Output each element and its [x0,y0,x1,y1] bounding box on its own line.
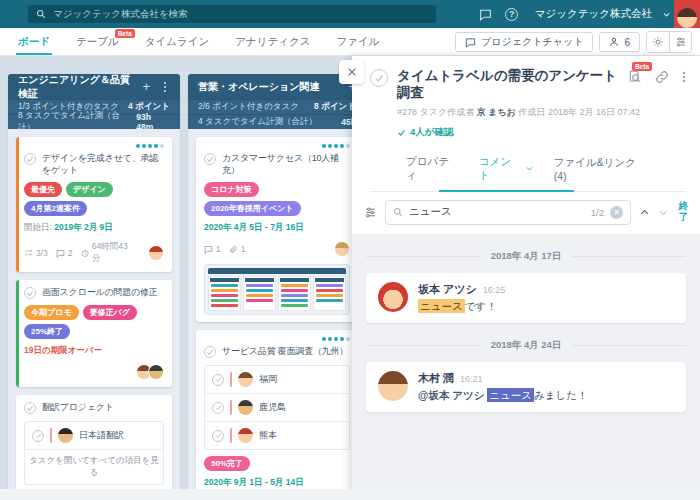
subtask-check-circle[interactable] [32,430,44,442]
task-card-design[interactable]: デザインを完成させて、承認をゲット 最優先 デザイン 4月第2週案件 開始日: … [16,137,172,272]
comment-count: 1 [204,244,221,254]
column-title: 営業・オペレーション関連 [198,80,319,94]
comment-body: @坂本 アツシ ニュースみました！ [418,389,588,403]
task-check-circle[interactable] [370,69,388,87]
user-mention[interactable]: @坂本 アツシ [418,389,484,401]
label-chip[interactable]: コロナ対策 [204,182,259,197]
subtask-check-circle[interactable] [212,430,224,442]
task-creator: 京 まちお [477,107,516,117]
assignee-avatar[interactable] [334,241,350,257]
subtask-row[interactable]: 福岡 [205,366,349,393]
task-card-scroll-bug[interactable]: 画面スクロールの問題の修正 今期プロモ 要修正バグ 25%終了 19日の期限オー… [16,280,172,387]
clear-search-icon[interactable]: ✕ [610,206,623,219]
chat-bubble-icon [465,37,476,48]
next-match-icon[interactable] [658,207,669,218]
previous-match-icon[interactable] [639,207,650,218]
subtask-row[interactable]: 鹿児島 [205,393,349,421]
horizontal-scroll-area[interactable] [0,489,700,500]
label-chip[interactable]: 要修正バグ [83,305,137,320]
link-icon[interactable] [655,70,669,84]
commenter-avatar [378,282,408,312]
subtask-title: 日本語翻訳 [79,429,124,442]
comment-count: 2 [56,248,73,258]
nav-bar: ボード テーブル Beta タイムライン アナリティクス ファイル プロジェクト… [0,28,700,56]
filter-tune-icon[interactable] [364,206,377,219]
comment-time: 16:25 [483,285,506,295]
subtask-check-circle[interactable] [212,374,224,386]
label-chip[interactable]: 今期プロモ [24,305,79,320]
open-all-items-link[interactable]: タスクを開いてすべての項目を見る [25,449,163,484]
task-card-customer-success[interactable]: カスタマーサクセス（10人補充） コロナ対策 2020年春採用イベント 2020… [196,137,358,322]
stat-row: 8 タスクでタイム計測（合計） 93h 48m [8,114,180,129]
beta-badge: Beta [632,62,652,71]
add-task-icon[interactable]: + [142,79,150,94]
members-count-button[interactable]: 6 [599,32,640,52]
close-icon [347,67,357,77]
subtask-title: 福岡 [259,373,277,386]
label-chip[interactable]: 25%終了 [24,324,70,339]
label-chip[interactable]: 2020年春採用イベント [204,201,301,216]
task-check-circle[interactable] [24,402,36,414]
comment-time: 16:21 [460,374,483,384]
comment-card[interactable]: 木村 潤 16:21 @坂本 アツシ ニュースみました！ [366,362,686,412]
check-icon [397,128,406,137]
task-card-translation[interactable]: 翻訳プロジェクト 日本語翻訳 タスクを開いてすべての項目を見る 2020年 12… [16,395,172,500]
user-avatar[interactable] [674,0,700,28]
subtask-row[interactable]: 熊本 [205,421,349,449]
task-check-circle[interactable] [24,287,36,299]
tab-table[interactable]: テーブル Beta [76,28,119,55]
label-chip[interactable]: 50%完了 [204,456,250,471]
search-icon [393,207,403,217]
task-detail-panel: タイムトラベルの需要のアンケート調査 Beta #278 タスク作成者 [352,56,700,500]
attachment-image[interactable] [204,264,350,315]
column-stats: 2/6 ポイント付きのタスク 8 ポイント 4 タスクでタイム計測（合計） 45… [188,99,366,129]
person-icon [609,37,619,47]
global-search-input[interactable]: マジックテック株式会社を検索 [28,5,436,23]
filter-tune-icon[interactable] [669,32,691,52]
task-check-circle[interactable] [204,346,216,358]
task-title: サービス品質 覆面調査（九州） [222,346,348,358]
company-name[interactable]: マジックテック株式会社 [535,7,652,21]
settings-gear-icon[interactable] [647,32,669,52]
tab-properties[interactable]: プロパティ [396,149,469,191]
help-icon[interactable]: ? [499,0,525,28]
subtask-row[interactable]: 日本語翻訳 [25,422,163,449]
tab-timeline[interactable]: タイムライン [145,28,209,55]
paperclip-icon [229,245,238,254]
subtask-check-circle[interactable] [212,402,224,414]
kebab-menu-icon[interactable] [682,70,686,84]
task-check-circle[interactable] [24,153,36,165]
comment-search-input[interactable] [409,206,585,218]
attachment-count: 1 [229,244,246,254]
comment-search-bar: 1/2 ✕ 終了 [352,192,700,234]
task-card-service-quality[interactable]: サービス品質 覆面調査（九州） 福岡 [196,330,358,500]
column-menu-icon[interactable] [160,81,170,93]
label-chip[interactable]: 4月第2週案件 [24,201,87,216]
comment-card[interactable]: 坂本 アツシ 16:25 ニュースです！ [366,273,686,323]
tab-analytics[interactable]: アナリティクス [235,28,310,55]
confirmed-by-count[interactable]: 4人が確認 [397,126,686,139]
comment-search-input-box[interactable]: 1/2 ✕ [385,200,631,225]
tab-files-links[interactable]: ファイル&リンク (4) [544,149,660,191]
chat-bubble-icon[interactable] [473,0,499,28]
search-match-highlight: ニュース [418,299,465,313]
progress-dots [204,337,350,341]
assignee-avatar[interactable] [148,245,164,261]
start-date-label: 開始日: [24,222,52,232]
tab-comments[interactable]: コメント [469,149,544,191]
finish-search-button[interactable]: 終了 [677,201,690,223]
close-panel-button[interactable] [339,60,364,84]
top-header: マジックテック株式会社を検索 ? マジックテック株式会社 [0,0,700,28]
assignee-avatar[interactable] [148,364,164,380]
label-chip[interactable]: 最優先 [24,182,62,197]
project-chat-button[interactable]: プロジェクトチャット [455,32,593,52]
label-chip[interactable]: デザイン [66,182,113,197]
tab-files[interactable]: ファイル [336,28,379,55]
task-check-circle[interactable] [204,153,216,165]
stat-row: 4 タスクでタイム計測（合計） 45h [188,114,366,129]
subtask-avatar [238,400,253,415]
document-search-icon[interactable]: Beta [628,70,642,84]
tab-board[interactable]: ボード [18,28,50,55]
subtask-avatar [238,372,253,387]
chevron-down-icon[interactable] [658,0,674,28]
